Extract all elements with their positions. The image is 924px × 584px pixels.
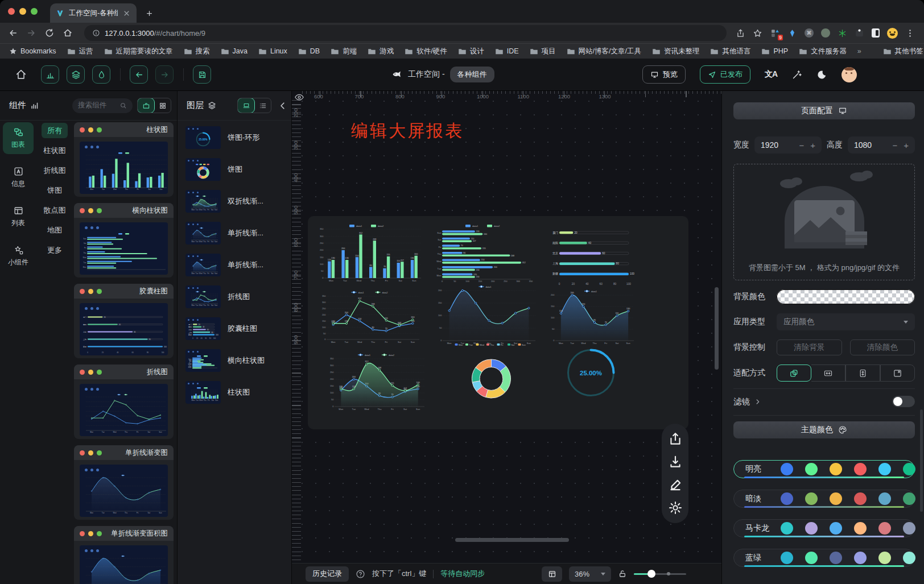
theme-row-蓝绿[interactable]: 蓝绿 xyxy=(733,549,915,567)
layer-item[interactable]: 25.00%饼图-环形 xyxy=(185,126,287,149)
bookmark-star-icon[interactable] xyxy=(753,28,762,38)
minimize-window-button[interactable] xyxy=(19,8,26,15)
extension-pin-icon[interactable] xyxy=(787,28,797,38)
other-bookmarks[interactable]: 其他书签 xyxy=(883,47,923,56)
toggle-thumbnail-view-button[interactable] xyxy=(238,98,254,113)
bookmark-item[interactable]: Java xyxy=(221,47,248,56)
background-color-swatch[interactable] xyxy=(777,289,915,304)
design-canvas[interactable]: 6007008009001000110012001300 20030040050… xyxy=(292,91,721,563)
bookmark-item[interactable]: PHP xyxy=(761,47,788,56)
height-stepper[interactable]: 1080−+ xyxy=(848,136,915,154)
layer-item[interactable]: MonTueWedThuFriSatSun单折线渐... xyxy=(185,222,287,245)
bookmark-item[interactable]: 其他语言 xyxy=(710,47,750,56)
zoom-slider[interactable] xyxy=(634,570,686,578)
component-card[interactable]: 柱状图MonTueWedThuFriSatSun xyxy=(74,122,174,197)
layer-item[interactable]: MonTueWedThuFriSatSun双折线渐... xyxy=(185,190,287,213)
home-icon[interactable] xyxy=(60,26,75,40)
lock-icon[interactable] xyxy=(618,569,627,578)
zoom-select[interactable]: 36% xyxy=(569,566,611,582)
site-info-icon[interactable] xyxy=(92,29,100,37)
canvas-chart-donut_main[interactable]: MonTueWedThuFriSatSun xyxy=(439,340,544,409)
layers-panel-toggle-button[interactable] xyxy=(67,65,85,84)
category-柱状图[interactable]: 柱状图 xyxy=(38,143,72,158)
decrease-height-button[interactable]: − xyxy=(892,140,897,150)
language-icon[interactable]: 文A xyxy=(765,69,777,80)
bookmark-item[interactable]: 设计 xyxy=(458,47,484,56)
fit-scale-button[interactable] xyxy=(777,365,811,382)
theme-row-马卡龙[interactable]: 马卡龙 xyxy=(733,519,915,537)
import-icon[interactable] xyxy=(668,454,683,469)
bookmark-item[interactable]: 运营 xyxy=(67,47,93,56)
bookmark-item[interactable]: 游戏 xyxy=(368,47,394,56)
tab-close-icon[interactable] xyxy=(122,9,131,18)
layout-toggle-button[interactable] xyxy=(542,566,562,582)
layer-item[interactable]: 厦门20南阳40北京60上海80新疆100020406080100胶囊柱图 xyxy=(185,317,287,340)
share-icon[interactable] xyxy=(736,28,745,38)
edit-icon[interactable] xyxy=(668,478,683,492)
bookmark-item[interactable]: 近期需要读的文章 xyxy=(104,47,173,56)
category-所有[interactable]: 所有 xyxy=(42,123,68,138)
bookmark-item[interactable]: 网站/博客/文章/工具 xyxy=(567,47,641,56)
increase-width-button[interactable]: + xyxy=(810,140,815,150)
browser-tab[interactable]: 工作空间-各种组件 xyxy=(50,3,137,23)
sidebar-item-信息[interactable]: 信息 xyxy=(3,161,34,193)
clear-color-button[interactable]: 清除颜色 xyxy=(850,339,915,355)
toggle-briefcase-button[interactable] xyxy=(138,98,154,113)
bookmark-item[interactable]: 软件/硬件 xyxy=(405,47,447,56)
chevron-right-icon[interactable] xyxy=(754,398,761,405)
bookmark-item[interactable]: Linux xyxy=(258,47,287,56)
user-avatar[interactable] xyxy=(842,67,857,82)
width-stepper[interactable]: 1920−+ xyxy=(754,136,822,154)
category-折线图[interactable]: 折线图 xyxy=(38,163,72,178)
slider-knob[interactable] xyxy=(647,570,655,578)
apply-type-select[interactable]: 应用颜色 xyxy=(777,313,915,330)
canvas-chart-hbar_main[interactable]: data1data2Sun130160Sat110117Fri70155Thu8… xyxy=(432,222,540,284)
canvas-chart-line2_area_main[interactable]: data1data2050100150200250300350MonTueWed… xyxy=(326,351,428,413)
extension-tag-manager-icon[interactable]: 9 xyxy=(770,28,780,38)
history-button[interactable]: 历史记录 xyxy=(306,566,349,582)
preview-button[interactable]: 预览 xyxy=(642,65,686,84)
url-bar[interactable]: 127.0.0.1:3000/#/chart/home/9 xyxy=(84,25,727,41)
layer-item[interactable]: SunSatFriThuWedTueMon横向柱状图 xyxy=(185,349,287,372)
bookmark-item[interactable]: 文件服务器 xyxy=(799,47,847,56)
help-icon[interactable] xyxy=(356,569,365,579)
toggle-list-view-button[interactable] xyxy=(254,98,271,113)
theme-toggle-button[interactable] xyxy=(92,65,110,84)
extension-puzzle-icon[interactable] xyxy=(855,28,864,38)
collapse-panel-icon[interactable] xyxy=(278,101,288,111)
reload-icon[interactable] xyxy=(42,26,57,40)
fit-stretch-button[interactable] xyxy=(880,365,915,382)
redo-button[interactable] xyxy=(155,65,174,84)
dashboard-group[interactable]: data1data2050100150200250300350Mon120130… xyxy=(308,216,688,429)
maximize-window-button[interactable] xyxy=(31,8,38,15)
decrease-width-button[interactable]: − xyxy=(799,140,804,150)
forward-icon[interactable] xyxy=(24,26,39,40)
layer-item[interactable]: MonTueWedThuFriSatSun折线图 xyxy=(185,285,287,308)
publish-button[interactable]: 已发布 xyxy=(700,65,750,84)
theme-row-明亮[interactable]: 明亮 xyxy=(733,460,915,478)
filter-toggle[interactable] xyxy=(892,396,915,407)
layer-item[interactable]: MonTueWedThuFriSatSun柱状图 xyxy=(185,381,287,404)
extension-proxy-icon[interactable] xyxy=(821,28,830,38)
bookmark-item[interactable]: DB xyxy=(298,47,320,56)
fit-width-button[interactable] xyxy=(811,365,845,382)
magic-wand-icon[interactable] xyxy=(791,69,802,80)
back-icon[interactable] xyxy=(6,26,20,40)
canvas-chart-capsule_main[interactable]: 厦门20南阳40北京60上海80新疆100020406080100 xyxy=(547,224,638,288)
extension-green-star-icon[interactable] xyxy=(838,28,847,38)
profile-avatar[interactable] xyxy=(887,28,898,39)
chart-panel-toggle-button[interactable] xyxy=(41,65,59,84)
menu-dots-icon[interactable] xyxy=(905,28,915,38)
workspace-badge[interactable]: 各种组件 xyxy=(450,67,494,82)
background-upload-dropzone[interactable]: 背景图需小于 5M ， 格式为 png/jpg/gif 的文件 xyxy=(733,164,915,280)
toggle-grid-button[interactable] xyxy=(154,98,171,113)
category-散点图[interactable]: 散点图 xyxy=(38,202,72,218)
new-tab-button[interactable] xyxy=(141,5,157,21)
canvas-chart-line2_main[interactable]: data1data2050100150200250300350MonTueWed… xyxy=(318,289,423,346)
bookmark-item[interactable]: 前端 xyxy=(331,47,357,56)
sidebar-item-列表[interactable]: 列表 xyxy=(3,201,34,233)
canvas-text-widget[interactable]: 编辑大屏报表 xyxy=(351,119,464,143)
canvas-chart-bar_main[interactable]: data1data2050100150200250300350Mon120130… xyxy=(316,222,424,284)
bookmarks-manager[interactable]: Bookmarks xyxy=(9,47,56,55)
search-input[interactable]: 搜索组件 xyxy=(72,98,133,113)
